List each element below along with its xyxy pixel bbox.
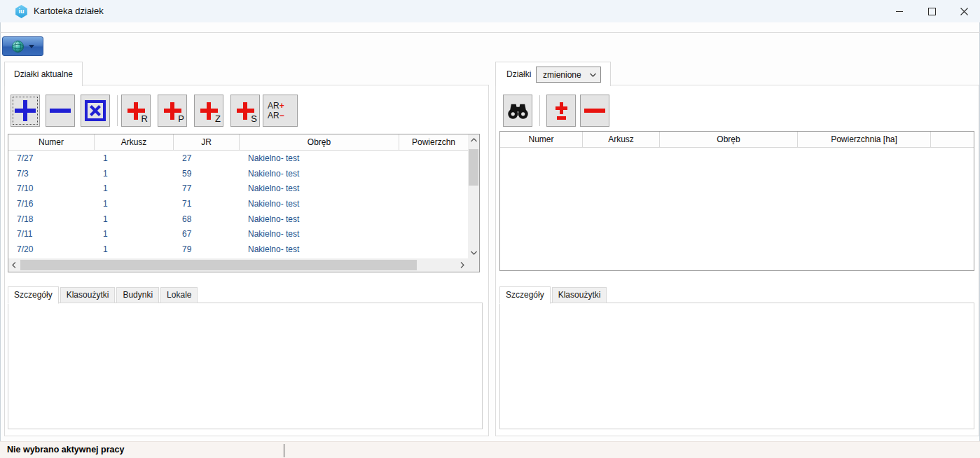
tab-klasouzytki[interactable]: Klasoużytki bbox=[60, 287, 116, 303]
tab-dzialki-aktualne[interactable]: Działki aktualne bbox=[4, 62, 83, 86]
table-row[interactable]: 7/27 1 27 Nakielno- test bbox=[8, 151, 468, 166]
horizontal-scrollbar[interactable] bbox=[8, 258, 468, 272]
minus-icon bbox=[584, 109, 605, 113]
add-r-button[interactable]: R bbox=[121, 95, 151, 127]
cell-jr: 71 bbox=[174, 199, 240, 209]
cell-arkusz: 1 bbox=[95, 214, 174, 224]
delete-parcel-button[interactable] bbox=[81, 95, 110, 127]
maximize-icon bbox=[928, 8, 936, 15]
letter-z: Z bbox=[215, 113, 221, 124]
vertical-scrollbar[interactable] bbox=[468, 134, 479, 258]
ar-plus-line: AR+ bbox=[268, 101, 284, 111]
remove-changed-parcel-button[interactable] bbox=[580, 95, 609, 127]
cell-obreb: Nakielno- test bbox=[240, 183, 399, 193]
ar-plus-minus-button[interactable]: AR+ AR− bbox=[263, 95, 298, 127]
table-row[interactable]: 7/10 1 77 Nakielno- test bbox=[8, 181, 468, 196]
scrollbar-corner bbox=[468, 258, 479, 272]
chevron-down-icon bbox=[471, 251, 477, 255]
remove-parcel-button[interactable] bbox=[46, 95, 75, 127]
cell-jr: 27 bbox=[174, 153, 240, 163]
table-row[interactable]: 7/11 1 67 Nakielno- test bbox=[8, 227, 468, 242]
cell-jr: 68 bbox=[174, 214, 240, 224]
column-header-arkusz[interactable]: Arkusz bbox=[583, 132, 660, 147]
column-header-numer[interactable]: Numer bbox=[8, 134, 95, 150]
cell-arkusz: 1 bbox=[95, 183, 174, 193]
cell-numer: 7/18 bbox=[8, 214, 95, 224]
x-box-icon bbox=[84, 99, 106, 122]
letter-p: P bbox=[178, 113, 184, 124]
combobox-value: zmienione bbox=[543, 70, 581, 80]
horizontal-scroll-thumb[interactable] bbox=[20, 260, 417, 270]
scroll-left-button[interactable] bbox=[8, 258, 20, 272]
right-detail-tabs: Szczegóły Klasoużytki bbox=[499, 286, 608, 303]
right-details-panel bbox=[499, 303, 974, 429]
cell-numer: 7/11 bbox=[8, 229, 95, 239]
tab-szczegoly[interactable]: Szczegóły bbox=[499, 286, 551, 304]
cell-arkusz: 1 bbox=[95, 229, 174, 239]
minimize-icon bbox=[896, 11, 903, 12]
cell-jr: 67 bbox=[174, 229, 240, 239]
cell-obreb: Nakielno- test bbox=[240, 229, 399, 239]
plus-icon bbox=[15, 100, 36, 121]
scroll-up-button[interactable] bbox=[468, 134, 479, 146]
column-header-powierzchnia[interactable]: Powierzchn bbox=[399, 134, 468, 150]
add-z-button[interactable]: Z bbox=[194, 95, 223, 127]
globe-icon bbox=[11, 40, 25, 53]
cell-obreb: Nakielno- test bbox=[240, 153, 399, 163]
scroll-right-button[interactable] bbox=[457, 258, 468, 272]
add-remove-parcel-button[interactable] bbox=[546, 95, 576, 127]
parcel-state-combobox[interactable]: zmienione bbox=[536, 67, 601, 83]
status-message: Nie wybrano aktywnej pracy bbox=[7, 445, 124, 454]
tab-budynki[interactable]: Budynki bbox=[116, 287, 159, 303]
left-details-panel bbox=[8, 303, 483, 429]
column-header-obreb[interactable]: Obręb bbox=[660, 132, 798, 147]
minimize-button[interactable] bbox=[883, 0, 916, 22]
current-parcels-table: Numer Arkusz JR Obręb Powierzchn 7/27 1 … bbox=[8, 134, 480, 272]
binoculars-icon bbox=[507, 102, 529, 120]
toolbar-divider bbox=[0, 32, 980, 33]
add-s-button[interactable]: S bbox=[230, 95, 260, 127]
cell-obreb: Nakielno- test bbox=[240, 169, 399, 179]
search-parcel-button[interactable] bbox=[503, 95, 532, 127]
left-detail-tabs: Szczegóły Klasoużytki Budynki Lokale bbox=[8, 286, 199, 303]
cell-numer: 7/10 bbox=[8, 183, 95, 193]
column-header-arkusz[interactable]: Arkusz bbox=[95, 134, 174, 150]
add-parcel-button[interactable] bbox=[11, 95, 40, 127]
table-row[interactable]: 7/20 1 79 Nakielno- test bbox=[8, 242, 468, 257]
column-header-powierzchnia[interactable]: Powierzchnia [ha] bbox=[798, 132, 931, 147]
table-header-row: Numer Arkusz Obręb Powierzchnia [ha] bbox=[500, 132, 974, 148]
table-row[interactable]: 7/16 1 71 Nakielno- test bbox=[8, 196, 468, 211]
tab-klasouzytki[interactable]: Klasoużytki bbox=[552, 287, 607, 303]
window-title: Kartoteka działek bbox=[34, 0, 104, 22]
app-logo-icon: iu bbox=[15, 5, 28, 18]
changed-parcels-table: Numer Arkusz Obręb Powierzchnia [ha] bbox=[499, 131, 974, 271]
cell-obreb: Nakielno- test bbox=[240, 199, 399, 209]
vertical-scroll-thumb[interactable] bbox=[469, 149, 478, 186]
column-header-numer[interactable]: Numer bbox=[500, 132, 583, 147]
scroll-down-button[interactable] bbox=[468, 247, 479, 258]
close-button[interactable] bbox=[948, 0, 980, 22]
map-globe-dropdown-button[interactable] bbox=[2, 36, 43, 56]
cell-arkusz: 1 bbox=[95, 153, 174, 163]
chevron-down-icon bbox=[29, 45, 34, 48]
column-header-obreb[interactable]: Obręb bbox=[240, 134, 399, 150]
cell-arkusz: 1 bbox=[95, 199, 174, 209]
tab-lokale[interactable]: Lokale bbox=[160, 287, 198, 303]
column-header-jr[interactable]: JR bbox=[174, 134, 240, 150]
toolbar-separator bbox=[117, 95, 118, 126]
chevron-right-icon bbox=[460, 262, 464, 268]
cell-numer: 7/16 bbox=[8, 199, 95, 209]
right-panel-groupbox: Numer Arkusz Obręb Powierzchnia [ha] Szc… bbox=[495, 85, 979, 436]
add-p-button[interactable]: P bbox=[158, 95, 187, 127]
tab-label: Działki aktualne bbox=[14, 69, 73, 79]
title-bar: iu Kartoteka działek bbox=[0, 0, 980, 22]
maximize-button[interactable] bbox=[916, 0, 948, 22]
chevron-up-icon bbox=[471, 138, 477, 142]
cell-obreb: Nakielno- test bbox=[240, 244, 399, 254]
table-row[interactable]: 7/18 1 68 Nakielno- test bbox=[8, 211, 468, 227]
tab-szczegoly[interactable]: Szczegóły bbox=[8, 286, 59, 304]
close-icon bbox=[960, 8, 968, 15]
ar-minus-line: AR− bbox=[268, 111, 284, 120]
table-row[interactable]: 7/3 1 59 Nakielno- test bbox=[8, 166, 468, 181]
minus-icon bbox=[50, 109, 71, 113]
